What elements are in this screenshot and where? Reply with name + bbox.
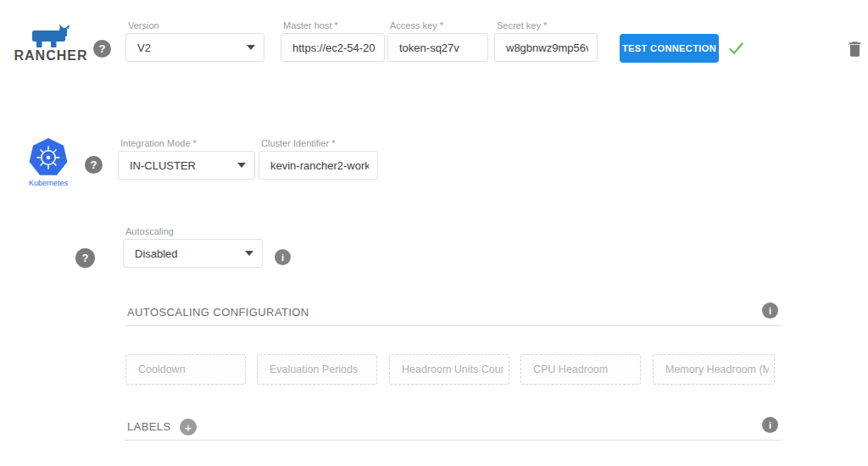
kubernetes-logo-caption: Kubernetes [24,179,73,187]
delete-integration-icon[interactable] [847,39,863,61]
rancher-bull-icon [31,25,70,47]
cluster-identifier-field: Cluster Identifier * [259,138,378,180]
autoscaling-select[interactable]: Autoscaling Disabled [123,226,263,268]
cpu-headroom-input [520,354,641,385]
labels-section-title: LABELS [127,420,171,433]
version-select[interactable]: Version V2 [125,20,264,62]
master-host-label: Master host * [283,20,385,31]
autoscaling-configuration-title: AUTOSCALING CONFIGURATION [127,306,309,319]
rancher-logo: RANCHER [12,25,90,64]
autoscaling-help-icon[interactable]: ? [75,248,95,268]
secret-key-field: Secret key * [494,20,598,62]
version-label: Version [128,20,264,31]
labels-info-icon[interactable]: i [762,417,778,433]
labels-divider [125,440,781,441]
autoscaling-configuration-info-icon[interactable]: i [762,302,778,319]
rancher-help-icon[interactable]: ? [93,40,111,58]
secret-key-label: Secret key * [497,20,598,31]
cluster-identifier-input[interactable] [259,151,378,180]
master-host-field: Master host * [281,20,385,62]
connection-success-check-icon [726,38,746,61]
chevron-down-icon [247,45,255,50]
kubernetes-logo: Kubernetes [24,137,73,187]
kubernetes-help-icon[interactable]: ? [85,156,103,174]
integration-mode-label: Integration Mode * [120,138,255,148]
chevron-down-icon [237,163,246,168]
memory-headroom-input [653,354,775,385]
autoscaling-label: Autoscaling [125,226,263,236]
evaluation-periods-input [257,354,377,385]
integration-mode-value: IN-CLUSTER [130,159,196,172]
kubernetes-helm-icon [28,137,69,177]
cluster-identifier-label: Cluster Identifier * [261,138,378,148]
headroom-units-count-input [389,354,509,385]
autoscaling-configuration-divider [125,325,781,326]
chevron-down-icon [245,251,253,256]
master-host-input[interactable] [281,33,385,62]
version-value: V2 [137,42,151,54]
secret-key-input[interactable] [494,33,598,62]
add-label-button[interactable]: + [180,419,197,435]
access-key-input[interactable] [387,33,488,62]
access-key-field: Access key * [387,20,488,62]
cooldown-input [125,354,246,385]
autoscaling-info-icon[interactable]: i [275,249,291,265]
rancher-logo-text: RANCHER [12,48,90,64]
access-key-label: Access key * [390,20,488,31]
integration-settings-page: RANCHER ? Version V2 Master host * Acces… [0,0,868,466]
autoscaling-value: Disabled [135,247,178,260]
integration-mode-select[interactable]: Integration Mode * IN-CLUSTER [118,138,255,180]
test-connection-button[interactable]: TEST CONNECTION [620,34,719,63]
